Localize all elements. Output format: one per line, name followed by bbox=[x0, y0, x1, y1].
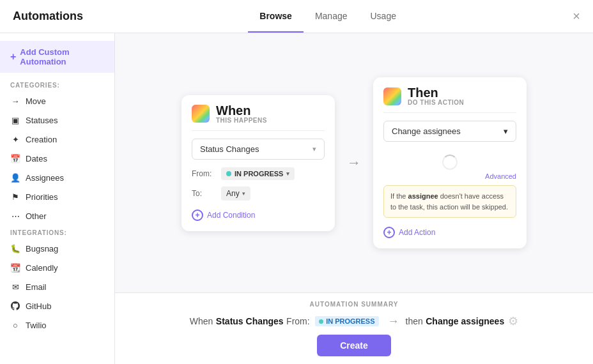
create-btn-wrap: Create bbox=[128, 335, 580, 356]
bugsnag-icon: 🐛 bbox=[10, 243, 20, 254]
spinner-area bbox=[383, 149, 516, 172]
integrations-label: INTEGRATIONS: bbox=[0, 225, 114, 239]
from-label: From: bbox=[192, 169, 215, 178]
trigger-select[interactable]: Status Changes ▾ bbox=[192, 139, 325, 160]
then-logo bbox=[383, 87, 401, 105]
to-label: To: bbox=[192, 189, 215, 198]
sidebar-item-label: Dates bbox=[26, 154, 47, 163]
summary-action-bold: Change assignees bbox=[426, 316, 504, 326]
move-icon: → bbox=[10, 96, 20, 106]
then-card-body: Change assignees ▾ Advanced If the assig… bbox=[373, 113, 527, 248]
sidebar-item-label: GitHub bbox=[26, 301, 51, 311]
priorities-icon: ⚑ bbox=[10, 192, 20, 202]
modal-header: Automations Browse Manage Usage × bbox=[0, 0, 593, 33]
modal-title: Automations bbox=[13, 10, 83, 23]
sidebar-item-label: Creation bbox=[26, 135, 57, 144]
sidebar-item-label: Assignees bbox=[26, 173, 64, 183]
sidebar-item-label: Other bbox=[26, 211, 47, 221]
summary-when-text: When bbox=[190, 316, 213, 326]
sidebar-item-email[interactable]: ✉ Email bbox=[0, 277, 114, 296]
when-card: When THIS HAPPENS Status Changes ▾ From: bbox=[181, 95, 335, 231]
from-field-row: From: IN PROGRESS ▾ bbox=[192, 167, 325, 180]
sidebar-item-assignees[interactable]: 👤 Assignees bbox=[0, 168, 114, 187]
then-title: Then bbox=[408, 86, 464, 99]
trigger-select-value: Status Changes bbox=[200, 144, 259, 154]
sidebar-item-label: Statuses bbox=[26, 116, 58, 125]
plus-icon: + bbox=[10, 51, 16, 63]
to-any-dropdown[interactable]: Any ▾ bbox=[221, 186, 250, 201]
then-card-header: Then DO THIS ACTION bbox=[373, 77, 527, 112]
tab-browse[interactable]: Browse bbox=[248, 1, 304, 33]
summary-arrow-icon: → bbox=[388, 315, 399, 328]
then-header-text: Then DO THIS ACTION bbox=[408, 86, 464, 106]
modal-body: + Add Custom Automation CATEGORIES: → Mo… bbox=[0, 33, 593, 364]
when-card-body: Status Changes ▾ From: IN PROGRESS ▾ bbox=[181, 131, 335, 231]
summary-status-value: IN PROGRESS bbox=[326, 317, 374, 325]
sidebar-item-other[interactable]: ⋯ Other bbox=[0, 206, 114, 225]
creation-icon: ✦ bbox=[10, 134, 20, 144]
twilio-icon: ○ bbox=[10, 320, 20, 330]
to-any-value: Any bbox=[226, 189, 240, 198]
action-chevron-icon: ▾ bbox=[504, 126, 508, 136]
from-status-value: IN PROGRESS bbox=[235, 170, 283, 178]
status-dot-icon bbox=[226, 171, 231, 176]
tab-bar: Browse Manage Usage bbox=[248, 1, 408, 33]
warning-bold: assignee bbox=[408, 192, 438, 200]
sidebar-item-priorities[interactable]: ⚑ Priorities bbox=[0, 187, 114, 206]
tab-usage[interactable]: Usage bbox=[358, 1, 407, 33]
sidebar-item-twilio[interactable]: ○ Twilio bbox=[0, 315, 114, 335]
from-status-chevron-icon: ▾ bbox=[286, 171, 289, 177]
when-header-text: When THIS HAPPENS bbox=[216, 104, 267, 124]
sidebar-item-label: Priorities bbox=[26, 192, 58, 202]
add-action-label: Add Action bbox=[399, 228, 435, 237]
when-card-header: When THIS HAPPENS bbox=[181, 95, 335, 130]
summary-trigger-bold: Status Changes bbox=[216, 316, 284, 326]
assignees-icon: 👤 bbox=[10, 172, 20, 183]
action-select[interactable]: Change assignees ▾ bbox=[383, 121, 516, 142]
add-action-plus-icon: + bbox=[383, 227, 395, 238]
loading-spinner bbox=[442, 155, 458, 170]
gear-icon: ⚙ bbox=[508, 314, 518, 328]
summary-status-dot-icon bbox=[319, 319, 323, 324]
main-content: When THIS HAPPENS Status Changes ▾ From: bbox=[115, 33, 593, 364]
close-button[interactable]: × bbox=[573, 9, 580, 24]
sidebar-item-github[interactable]: GitHub bbox=[0, 296, 114, 315]
sidebar-item-calendly[interactable]: 📆 Calendly bbox=[0, 258, 114, 277]
to-field-row: To: Any ▾ bbox=[192, 186, 325, 201]
warning-text-1: If the bbox=[390, 192, 408, 200]
warning-box: If the assignee doesn't have access to t… bbox=[383, 185, 516, 218]
trigger-chevron-icon: ▾ bbox=[312, 145, 316, 153]
from-status-badge[interactable]: IN PROGRESS ▾ bbox=[221, 167, 295, 180]
sidebar: + Add Custom Automation CATEGORIES: → Mo… bbox=[0, 33, 115, 364]
sidebar-item-label: Move bbox=[26, 96, 46, 106]
sidebar-item-creation[interactable]: ✦ Creation bbox=[0, 130, 114, 149]
add-condition-button[interactable]: + Add Condition bbox=[192, 207, 325, 224]
sidebar-item-label: Calendly bbox=[26, 263, 58, 273]
automations-modal: Automations Browse Manage Usage × + Add … bbox=[0, 0, 593, 364]
create-button[interactable]: Create bbox=[317, 335, 391, 356]
when-logo bbox=[192, 105, 210, 123]
advanced-link[interactable]: Advanced bbox=[383, 172, 516, 180]
add-action-button[interactable]: + Add Action bbox=[383, 224, 516, 241]
right-arrow-icon: → bbox=[347, 155, 361, 171]
sidebar-item-dates[interactable]: 📅 Dates bbox=[0, 149, 114, 168]
categories-label: CATEGORIES: bbox=[0, 78, 114, 91]
add-condition-label: Add Condition bbox=[207, 211, 255, 220]
statuses-icon: ▣ bbox=[10, 115, 20, 125]
sidebar-item-label: Email bbox=[26, 282, 47, 292]
summary-then-text: then bbox=[406, 316, 423, 326]
add-custom-automation-button[interactable]: + Add Custom Automation bbox=[0, 41, 114, 73]
summary-content: When Status Changes From: IN PROGRESS → … bbox=[128, 314, 580, 328]
arrow-connector: → bbox=[335, 155, 373, 171]
tab-manage[interactable]: Manage bbox=[304, 1, 359, 33]
dates-icon: 📅 bbox=[10, 153, 20, 163]
email-icon: ✉ bbox=[10, 282, 20, 292]
calendly-icon: 📆 bbox=[10, 262, 20, 273]
bottom-bar: AUTOMATION SUMMARY When Status Changes F… bbox=[115, 292, 593, 364]
sidebar-item-label: Twilio bbox=[26, 321, 47, 330]
sidebar-item-statuses[interactable]: ▣ Statuses bbox=[0, 110, 114, 130]
sidebar-item-bugsnag[interactable]: 🐛 Bugsnag bbox=[0, 239, 114, 258]
sidebar-item-move[interactable]: → Move bbox=[0, 91, 114, 110]
automation-builder: When THIS HAPPENS Status Changes ▾ From: bbox=[115, 33, 593, 292]
when-title: When bbox=[216, 104, 267, 117]
